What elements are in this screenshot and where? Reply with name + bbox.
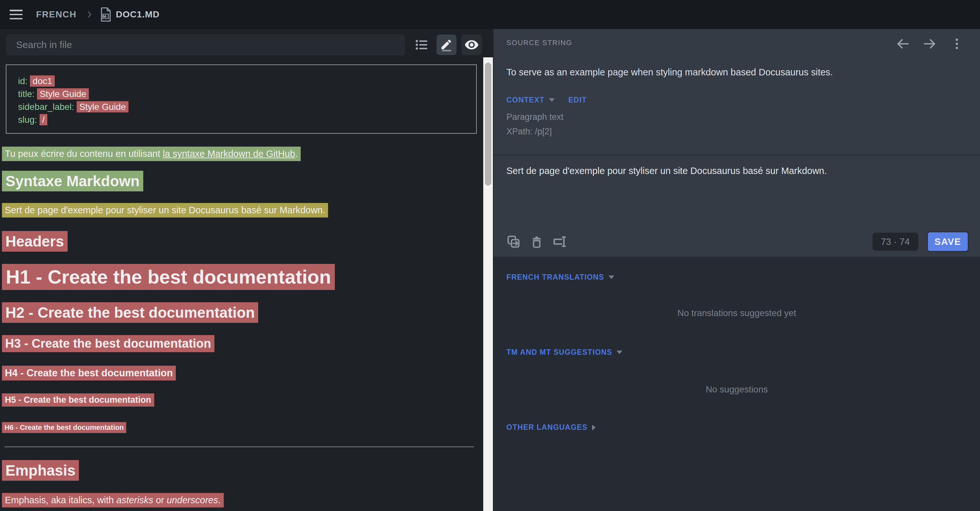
heading-syntaxe-markdown: Syntaxe Markdown	[2, 171, 483, 192]
app-window: FRENCH M↓ DOC1.MD	[0, 0, 980, 511]
previous-string-icon[interactable]	[894, 35, 912, 53]
suggestions-empty-state: No suggestions	[506, 384, 967, 395]
untranslated-string[interactable]: Headers	[2, 231, 68, 252]
menu-icon[interactable]	[10, 10, 22, 19]
untranslated-string[interactable]: H1 - Create the best documentation	[2, 264, 335, 290]
paragraph-selected: Sert de page d'exemple pour styliser un …	[2, 203, 483, 217]
selected-string[interactable]: Sert de page d'exemple pour styliser un …	[2, 203, 328, 217]
untranslated-string[interactable]: Emphasis	[2, 460, 79, 481]
insert-source-text-icon[interactable]	[504, 233, 522, 251]
markdown-file-icon: M↓	[100, 7, 111, 22]
untranslated-string[interactable]: H2 - Create the best documentation	[2, 302, 258, 323]
edit-context-button[interactable]: EDIT	[568, 96, 587, 104]
translated-string[interactable]: Syntaxe Markdown	[2, 171, 143, 192]
untranslated-string[interactable]: Emphasis, aka italics, with asterisks or…	[2, 493, 224, 508]
chevron-down-icon	[608, 275, 614, 279]
suggestions-area: FRENCH TRANSLATIONS No translations sugg…	[493, 257, 980, 432]
frontmatter-line: sidebar_label: Style Guide	[18, 101, 470, 113]
heading-h5: H5 - Create the best documentation	[2, 393, 483, 407]
editor-toolbar	[6, 34, 483, 56]
insert-placeholder-icon[interactable]	[551, 233, 569, 251]
other-languages-label[interactable]: OTHER LANGUAGES	[506, 423, 587, 432]
breadcrumb-project[interactable]: FRENCH	[36, 10, 76, 20]
markdown-document: id: doc1 title: Style Guide sidebar_labe…	[0, 64, 483, 511]
more-options-icon[interactable]	[948, 35, 966, 53]
context-row: CONTEXT EDIT	[506, 96, 966, 104]
translated-string[interactable]: Tu peux écrire du contenu en utilisant l…	[2, 147, 301, 161]
frontmatter-line: id: doc1	[18, 75, 470, 88]
heading-h3: H3 - Create the best documentation	[2, 335, 483, 352]
chevron-down-icon	[617, 351, 622, 354]
french-translations-section[interactable]: FRENCH TRANSLATIONS	[506, 273, 967, 282]
chevron-right-icon	[592, 425, 596, 430]
save-button[interactable]: SAVE	[927, 232, 969, 252]
context-toggle[interactable]: CONTEXT	[506, 96, 544, 104]
paragraph-intro: Tu peux écrire du contenu en utilisant l…	[2, 147, 483, 161]
untranslated-string[interactable]: H6 - Create the best documentation	[2, 422, 126, 433]
breadcrumb-file: DOC1.MD	[116, 10, 160, 20]
translations-empty-state: No translations suggested yet	[506, 308, 967, 318]
heading-emphasis: Emphasis	[2, 460, 483, 481]
other-languages-section[interactable]: OTHER LANGUAGES	[506, 423, 967, 432]
horizontal-rule	[5, 446, 474, 447]
translation-editor-card: Sert de page d'exemple pour styliser un …	[493, 155, 980, 257]
untranslated-string[interactable]: H4 - Create the best documentation	[2, 366, 176, 380]
heading-h1: H1 - Create the best documentation	[2, 264, 483, 290]
frontmatter-block: id: doc1 title: Style Guide sidebar_labe…	[6, 64, 477, 134]
translation-panel: SOURCE STRING To serve as an example pag…	[493, 29, 980, 511]
heading-headers: Headers	[2, 231, 483, 252]
tm-mt-suggestions-label[interactable]: TM AND MT SUGGESTIONS	[506, 348, 612, 357]
frontmatter-line: title: Style Guide	[18, 88, 470, 101]
paragraph-emphasis-italic: Emphasis, aka italics, with asterisks or…	[2, 493, 483, 508]
context-xpath: XPath: /p[2]	[506, 127, 966, 137]
heading-h2: H2 - Create the best documentation	[2, 302, 483, 323]
chevron-right-icon	[85, 10, 94, 19]
next-string-icon[interactable]	[921, 35, 939, 53]
untranslated-string[interactable]: H3 - Create the best documentation	[2, 335, 215, 352]
string-list-icon[interactable]	[414, 37, 430, 53]
heading-h6: H6 - Create the best documentation	[2, 422, 483, 433]
french-translations-label[interactable]: FRENCH TRANSLATIONS	[506, 273, 604, 282]
translatable-string[interactable]: doc1	[30, 75, 55, 87]
scrollbar-thumb[interactable]	[485, 62, 491, 185]
context-type: Paragraph text	[506, 112, 966, 122]
translatable-string[interactable]: /	[40, 114, 47, 125]
edit-mode-button[interactable]	[437, 35, 457, 55]
string-navigation	[894, 35, 966, 53]
editor-scrollbar[interactable]	[483, 57, 493, 511]
document-editor-pane: id: doc1 title: Style Guide sidebar_labe…	[0, 29, 483, 511]
character-count-badge: 73 · 74	[872, 233, 918, 251]
github-markdown-link[interactable]: la syntaxe Markdown de GitHub	[163, 149, 295, 159]
heading-h4: H4 - Create the best documentation	[2, 366, 483, 380]
translation-toolbar: 73 · 74 SAVE	[493, 232, 980, 252]
preview-mode-button[interactable]	[461, 35, 482, 55]
frontmatter-line: slug: /	[18, 113, 470, 126]
svg-text:M↓: M↓	[103, 14, 108, 18]
translation-input[interactable]: Sert de page d'exemple pour styliser un …	[493, 155, 980, 176]
chevron-down-icon	[549, 98, 555, 102]
source-string-text: To serve as an example page when styling…	[506, 67, 966, 78]
source-string-card: SOURCE STRING To serve as an example pag…	[493, 29, 980, 155]
translatable-string[interactable]: Style Guide	[37, 88, 89, 99]
untranslated-string[interactable]: H5 - Create the best documentation	[2, 393, 154, 407]
delete-translation-icon[interactable]	[528, 233, 546, 251]
topbar: FRENCH M↓ DOC1.MD	[0, 0, 980, 29]
tm-mt-suggestions-section[interactable]: TM AND MT SUGGESTIONS	[506, 348, 967, 357]
translatable-string[interactable]: Style Guide	[76, 101, 129, 112]
search-input[interactable]	[6, 34, 405, 56]
